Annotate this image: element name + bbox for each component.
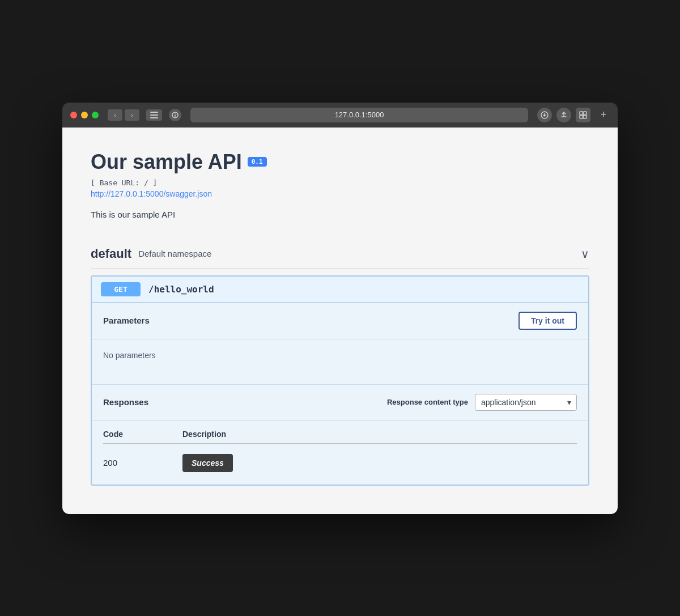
tabs-icon[interactable] [576,108,590,122]
svg-rect-10 [584,115,587,118]
response-description: Success [182,454,577,472]
svg-rect-1 [150,114,158,116]
svg-rect-5 [175,114,176,117]
responses-table: Code Description 200 Success [92,420,588,485]
svg-point-4 [175,113,176,114]
content-type-select-wrapper[interactable]: application/json [475,394,577,411]
responses-row: Responses Response content type applicat… [92,385,588,420]
parameters-label: Parameters [103,316,150,325]
minimize-button[interactable] [81,112,88,118]
svg-rect-2 [150,117,158,118]
responses-label: Responses [103,397,148,407]
namespace-description: Default namespace [138,249,211,258]
back-button[interactable]: ‹ [108,109,122,121]
url-bar[interactable]: 127.0.0.1:5000 [190,108,528,122]
description-header: Description [182,430,577,439]
svg-rect-7 [580,112,583,115]
share-icon[interactable] [556,108,571,122]
content-type-select[interactable]: application/json [475,394,577,411]
namespace-header[interactable]: default Default namespace ∨ [91,240,589,269]
nav-buttons: ‹ › [108,109,139,121]
swagger-link[interactable]: http://127.0.0.1:5000/swagger.json [91,189,589,198]
page-content: Our sample API 0.1 [ Base URL: / ] http:… [62,128,618,514]
api-title: Our sample API [91,150,242,174]
toolbar-actions: + [537,108,610,122]
method-badge: GET [101,282,141,296]
maximize-button[interactable] [92,112,99,118]
svg-rect-8 [584,112,587,115]
success-badge: Success [182,454,233,472]
parameters-row: Parameters Try it out [92,303,588,339]
endpoint-card: GET /hello_world Parameters Try it out N… [91,275,589,486]
browser-window: ‹ › 127.0.0.1:5000 [62,103,618,514]
response-content-type-label: Response content type [387,398,468,406]
api-header: Our sample API 0.1 [91,150,589,174]
code-header: Code [103,430,182,439]
namespace-name: default [91,247,131,261]
info-button[interactable] [169,109,181,121]
try-it-out-button[interactable]: Try it out [518,312,577,330]
version-badge: 0.1 [248,157,267,167]
namespace-title: default Default namespace [91,247,211,261]
no-parameters-text: No parameters [92,339,588,385]
download-icon[interactable] [537,108,552,122]
api-description: This is our sample API [91,210,589,219]
table-header: Code Description [103,430,577,444]
chevron-down-icon[interactable]: ∨ [581,247,589,261]
traffic-lights [70,112,99,118]
response-content-type-row: Response content type application/json [387,394,577,411]
new-tab-button[interactable]: + [597,109,610,121]
close-button[interactable] [70,112,77,118]
response-code: 200 [103,458,182,468]
titlebar: ‹ › 127.0.0.1:5000 [62,103,618,128]
svg-rect-9 [580,115,583,118]
sidebar-toggle-button[interactable] [146,109,162,121]
base-url: [ Base URL: / ] [91,179,589,187]
endpoint-path: /hello_world [148,284,214,295]
endpoint-header[interactable]: GET /hello_world [92,277,588,303]
parameters-section: Parameters Try it out No parameters Resp… [92,303,588,485]
table-row: 200 Success [103,451,577,475]
svg-rect-0 [150,112,158,113]
forward-button[interactable]: › [125,109,139,121]
